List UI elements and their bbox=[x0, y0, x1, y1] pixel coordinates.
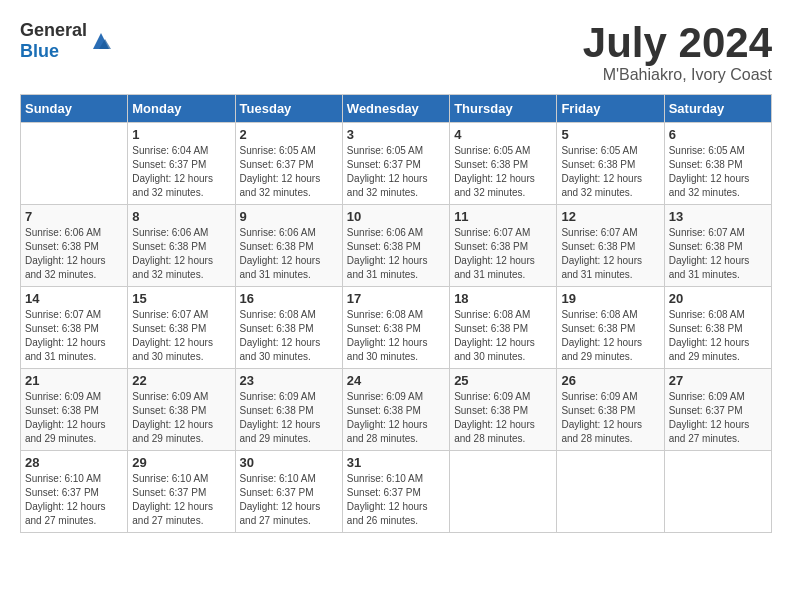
calendar-header: SundayMondayTuesdayWednesdayThursdayFrid… bbox=[21, 95, 772, 123]
day-info: Sunrise: 6:09 AM Sunset: 6:38 PM Dayligh… bbox=[561, 390, 659, 446]
day-info: Sunrise: 6:06 AM Sunset: 6:38 PM Dayligh… bbox=[25, 226, 123, 282]
day-number: 10 bbox=[347, 209, 445, 224]
day-info: Sunrise: 6:07 AM Sunset: 6:38 PM Dayligh… bbox=[669, 226, 767, 282]
calendar-cell: 2Sunrise: 6:05 AM Sunset: 6:37 PM Daylig… bbox=[235, 123, 342, 205]
day-info: Sunrise: 6:08 AM Sunset: 6:38 PM Dayligh… bbox=[347, 308, 445, 364]
calendar-cell: 27Sunrise: 6:09 AM Sunset: 6:37 PM Dayli… bbox=[664, 369, 771, 451]
day-info: Sunrise: 6:07 AM Sunset: 6:38 PM Dayligh… bbox=[25, 308, 123, 364]
calendar-week-row: 28Sunrise: 6:10 AM Sunset: 6:37 PM Dayli… bbox=[21, 451, 772, 533]
calendar-cell: 29Sunrise: 6:10 AM Sunset: 6:37 PM Dayli… bbox=[128, 451, 235, 533]
calendar-cell: 1Sunrise: 6:04 AM Sunset: 6:37 PM Daylig… bbox=[128, 123, 235, 205]
calendar-cell: 28Sunrise: 6:10 AM Sunset: 6:37 PM Dayli… bbox=[21, 451, 128, 533]
day-info: Sunrise: 6:05 AM Sunset: 6:38 PM Dayligh… bbox=[454, 144, 552, 200]
header-row: SundayMondayTuesdayWednesdayThursdayFrid… bbox=[21, 95, 772, 123]
calendar-cell bbox=[21, 123, 128, 205]
calendar-week-row: 21Sunrise: 6:09 AM Sunset: 6:38 PM Dayli… bbox=[21, 369, 772, 451]
calendar-week-row: 14Sunrise: 6:07 AM Sunset: 6:38 PM Dayli… bbox=[21, 287, 772, 369]
day-number: 2 bbox=[240, 127, 338, 142]
calendar-cell: 16Sunrise: 6:08 AM Sunset: 6:38 PM Dayli… bbox=[235, 287, 342, 369]
day-number: 30 bbox=[240, 455, 338, 470]
day-number: 14 bbox=[25, 291, 123, 306]
header-day: Wednesday bbox=[342, 95, 449, 123]
calendar-cell: 18Sunrise: 6:08 AM Sunset: 6:38 PM Dayli… bbox=[450, 287, 557, 369]
day-number: 23 bbox=[240, 373, 338, 388]
day-number: 16 bbox=[240, 291, 338, 306]
calendar-cell: 19Sunrise: 6:08 AM Sunset: 6:38 PM Dayli… bbox=[557, 287, 664, 369]
header-day: Saturday bbox=[664, 95, 771, 123]
day-number: 21 bbox=[25, 373, 123, 388]
calendar-cell: 8Sunrise: 6:06 AM Sunset: 6:38 PM Daylig… bbox=[128, 205, 235, 287]
calendar-cell: 24Sunrise: 6:09 AM Sunset: 6:38 PM Dayli… bbox=[342, 369, 449, 451]
day-info: Sunrise: 6:08 AM Sunset: 6:38 PM Dayligh… bbox=[240, 308, 338, 364]
day-number: 20 bbox=[669, 291, 767, 306]
calendar-week-row: 7Sunrise: 6:06 AM Sunset: 6:38 PM Daylig… bbox=[21, 205, 772, 287]
day-info: Sunrise: 6:07 AM Sunset: 6:38 PM Dayligh… bbox=[561, 226, 659, 282]
day-number: 26 bbox=[561, 373, 659, 388]
day-number: 28 bbox=[25, 455, 123, 470]
day-number: 18 bbox=[454, 291, 552, 306]
calendar-cell: 15Sunrise: 6:07 AM Sunset: 6:38 PM Dayli… bbox=[128, 287, 235, 369]
day-info: Sunrise: 6:06 AM Sunset: 6:38 PM Dayligh… bbox=[240, 226, 338, 282]
day-info: Sunrise: 6:04 AM Sunset: 6:37 PM Dayligh… bbox=[132, 144, 230, 200]
day-info: Sunrise: 6:05 AM Sunset: 6:37 PM Dayligh… bbox=[347, 144, 445, 200]
page-header: General Blue July 2024 M'Bahiakro, Ivory… bbox=[20, 20, 772, 84]
day-number: 24 bbox=[347, 373, 445, 388]
logo-general: General bbox=[20, 20, 87, 40]
day-info: Sunrise: 6:09 AM Sunset: 6:38 PM Dayligh… bbox=[132, 390, 230, 446]
day-info: Sunrise: 6:09 AM Sunset: 6:38 PM Dayligh… bbox=[240, 390, 338, 446]
day-number: 11 bbox=[454, 209, 552, 224]
calendar-cell: 6Sunrise: 6:05 AM Sunset: 6:38 PM Daylig… bbox=[664, 123, 771, 205]
day-number: 17 bbox=[347, 291, 445, 306]
header-day: Thursday bbox=[450, 95, 557, 123]
calendar-cell: 3Sunrise: 6:05 AM Sunset: 6:37 PM Daylig… bbox=[342, 123, 449, 205]
day-info: Sunrise: 6:10 AM Sunset: 6:37 PM Dayligh… bbox=[132, 472, 230, 528]
calendar-cell: 4Sunrise: 6:05 AM Sunset: 6:38 PM Daylig… bbox=[450, 123, 557, 205]
day-number: 6 bbox=[669, 127, 767, 142]
day-number: 27 bbox=[669, 373, 767, 388]
day-number: 7 bbox=[25, 209, 123, 224]
day-number: 12 bbox=[561, 209, 659, 224]
calendar-cell: 25Sunrise: 6:09 AM Sunset: 6:38 PM Dayli… bbox=[450, 369, 557, 451]
calendar-cell: 21Sunrise: 6:09 AM Sunset: 6:38 PM Dayli… bbox=[21, 369, 128, 451]
calendar-cell: 10Sunrise: 6:06 AM Sunset: 6:38 PM Dayli… bbox=[342, 205, 449, 287]
calendar-cell: 7Sunrise: 6:06 AM Sunset: 6:38 PM Daylig… bbox=[21, 205, 128, 287]
day-number: 4 bbox=[454, 127, 552, 142]
main-title: July 2024 bbox=[583, 20, 772, 66]
day-info: Sunrise: 6:10 AM Sunset: 6:37 PM Dayligh… bbox=[25, 472, 123, 528]
calendar-cell: 17Sunrise: 6:08 AM Sunset: 6:38 PM Dayli… bbox=[342, 287, 449, 369]
day-info: Sunrise: 6:07 AM Sunset: 6:38 PM Dayligh… bbox=[132, 308, 230, 364]
calendar-week-row: 1Sunrise: 6:04 AM Sunset: 6:37 PM Daylig… bbox=[21, 123, 772, 205]
day-info: Sunrise: 6:09 AM Sunset: 6:37 PM Dayligh… bbox=[669, 390, 767, 446]
day-info: Sunrise: 6:05 AM Sunset: 6:38 PM Dayligh… bbox=[669, 144, 767, 200]
day-info: Sunrise: 6:05 AM Sunset: 6:37 PM Dayligh… bbox=[240, 144, 338, 200]
day-number: 31 bbox=[347, 455, 445, 470]
day-info: Sunrise: 6:09 AM Sunset: 6:38 PM Dayligh… bbox=[25, 390, 123, 446]
calendar-cell: 9Sunrise: 6:06 AM Sunset: 6:38 PM Daylig… bbox=[235, 205, 342, 287]
calendar-table: SundayMondayTuesdayWednesdayThursdayFrid… bbox=[20, 94, 772, 533]
title-block: July 2024 M'Bahiakro, Ivory Coast bbox=[583, 20, 772, 84]
calendar-cell bbox=[450, 451, 557, 533]
day-info: Sunrise: 6:05 AM Sunset: 6:38 PM Dayligh… bbox=[561, 144, 659, 200]
day-number: 1 bbox=[132, 127, 230, 142]
day-number: 25 bbox=[454, 373, 552, 388]
day-number: 8 bbox=[132, 209, 230, 224]
day-info: Sunrise: 6:09 AM Sunset: 6:38 PM Dayligh… bbox=[454, 390, 552, 446]
calendar-cell: 12Sunrise: 6:07 AM Sunset: 6:38 PM Dayli… bbox=[557, 205, 664, 287]
calendar-cell: 31Sunrise: 6:10 AM Sunset: 6:37 PM Dayli… bbox=[342, 451, 449, 533]
calendar-cell: 22Sunrise: 6:09 AM Sunset: 6:38 PM Dayli… bbox=[128, 369, 235, 451]
header-day: Tuesday bbox=[235, 95, 342, 123]
day-number: 15 bbox=[132, 291, 230, 306]
calendar-cell bbox=[664, 451, 771, 533]
day-number: 29 bbox=[132, 455, 230, 470]
header-day: Sunday bbox=[21, 95, 128, 123]
day-info: Sunrise: 6:08 AM Sunset: 6:38 PM Dayligh… bbox=[669, 308, 767, 364]
day-info: Sunrise: 6:10 AM Sunset: 6:37 PM Dayligh… bbox=[240, 472, 338, 528]
day-number: 9 bbox=[240, 209, 338, 224]
calendar-cell: 13Sunrise: 6:07 AM Sunset: 6:38 PM Dayli… bbox=[664, 205, 771, 287]
header-day: Friday bbox=[557, 95, 664, 123]
day-info: Sunrise: 6:06 AM Sunset: 6:38 PM Dayligh… bbox=[347, 226, 445, 282]
header-day: Monday bbox=[128, 95, 235, 123]
calendar-cell: 30Sunrise: 6:10 AM Sunset: 6:37 PM Dayli… bbox=[235, 451, 342, 533]
calendar-cell: 23Sunrise: 6:09 AM Sunset: 6:38 PM Dayli… bbox=[235, 369, 342, 451]
calendar-cell: 5Sunrise: 6:05 AM Sunset: 6:38 PM Daylig… bbox=[557, 123, 664, 205]
